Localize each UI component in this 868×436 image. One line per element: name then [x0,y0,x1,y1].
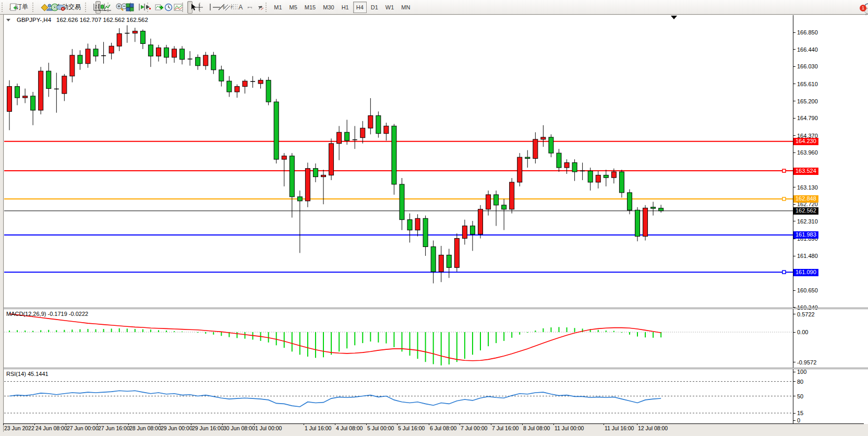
market-watch-button[interactable] [38,1,43,14]
candle-doji [54,89,59,90]
candle-doji [101,55,106,56]
macd-pane[interactable] [4,309,793,368]
candle-body [132,31,137,33]
candle-body [611,172,616,178]
chart-shift-marker[interactable] [671,16,677,19]
zoom-in-button[interactable] [113,1,118,14]
time-label: 5 Jul 00:00 [367,425,394,431]
chart-frame-left [3,15,4,432]
arrows-tool-button[interactable] [255,1,264,14]
time-axis[interactable]: 23 Jun 202224 Jun 08:0027 Jun 00:0027 Ju… [0,425,868,432]
candle-body [376,115,381,133]
time-tick [3,423,4,425]
main-toolbar: 新订单 自动交易 [0,0,868,14]
hline-handle[interactable] [782,197,786,201]
candle-body [502,205,507,209]
hline-handle[interactable] [782,270,786,274]
time-tick [304,423,304,425]
timeframe-MN[interactable]: MN [398,2,413,13]
chart-symbol-period: GBPJPY-,H4 [17,17,51,23]
auto-trading-icon [56,3,65,11]
price-axis[interactable]: 166.850166.440166.030165.610165.200164.7… [793,15,868,424]
candle-body [109,46,114,53]
candle-body [86,49,90,64]
chart-shift-icon [143,3,152,11]
candle-body [423,218,428,246]
timeframe-M30[interactable]: M30 [320,2,337,13]
toolbar-grip [32,3,35,12]
candle-body [62,76,67,93]
macd-tick: -0.9572 [793,359,816,366]
time-label: 27 Jun 16:00 [98,425,130,431]
candle-body [659,208,664,211]
time-tick [366,423,367,425]
price-chart-pane[interactable] [4,16,793,308]
candle-body [258,80,263,84]
time-label: 7 Jul 16:00 [492,425,519,431]
crosshair-icon [195,3,203,11]
cursor-tool-button[interactable] [187,1,192,14]
auto-trading-button[interactable]: 自动交易 [53,1,83,14]
time-tick [460,423,460,425]
price-tick: 160.650 [793,287,818,294]
time-tick [34,423,35,425]
candle-body [297,197,302,201]
time-label: 29 Jun 16:00 [192,425,224,431]
time-tick [491,423,491,425]
price-line-label: 162.562 [793,207,818,215]
rsi-pane[interactable] [4,369,793,424]
rsi-tick: 80 [793,378,803,385]
timeframe-H4[interactable]: H4 [353,2,367,13]
candle-body [290,156,294,197]
toolbar-grip [85,3,88,12]
one-click-collapse-icon[interactable] [6,19,10,21]
time-label: 29 Jun 00:00 [161,425,192,431]
candle-body [462,226,467,239]
candle-body [337,132,342,144]
fibonacci-icon [231,3,238,11]
text-label-icon [248,7,252,8]
rsi-indicator-label: RSI(14) 45.1441 [6,371,49,377]
toolbar-grip [266,3,268,12]
timeframe-bar: M1M5M15M30H1H4D1W1MN [271,2,413,13]
timeframe-M15[interactable]: M15 [302,2,319,13]
time-label: 27 Jun 00:00 [67,425,99,431]
templates-icon [174,4,183,11]
time-label: 28 Jun 08:00 [129,425,161,431]
candle-body [541,137,546,139]
indicators-button[interactable] [152,1,162,14]
price-line-label: 164.230 [793,138,818,145]
candle-body [31,96,35,110]
chart-frame-top [0,14,868,15]
timeframe-M5[interactable]: M5 [286,2,300,13]
pane-splitter-rsi[interactable] [4,368,868,369]
candle-body [172,49,177,57]
timeframe-D1[interactable]: D1 [368,2,381,13]
auto-scroll-button[interactable] [135,1,140,14]
candle-body [219,70,224,81]
new-order-button[interactable]: 新订单 [7,1,31,14]
macd-indicator-label: MACD(12,26,9) -0.1719 -0.0222 [6,311,88,317]
candle-body [604,175,608,178]
vertical-line-tool-button[interactable] [204,1,210,14]
candle-body [447,255,451,267]
text-label-tool-button[interactable] [245,1,255,14]
new-order-icon [9,3,17,11]
candle-body [266,80,271,102]
candle-body [635,210,640,236]
hline-handle[interactable] [782,169,786,172]
price-tick: 161.480 [793,253,818,260]
time-label: 7 Jul 00:00 [461,425,487,431]
arrows-tool-icon [257,4,265,11]
candle-body [274,102,279,159]
time-tick [254,423,255,425]
bar-chart-button[interactable] [90,1,95,14]
candle-body [549,137,553,153]
timeframe-M1[interactable]: M1 [271,2,285,13]
price-axis-border [793,15,793,424]
pane-splitter-macd[interactable] [4,308,868,309]
candle-doji [580,171,585,172]
timeframe-W1[interactable]: W1 [382,2,397,13]
timeframe-H1[interactable]: H1 [339,2,352,13]
candle-body [345,132,349,140]
